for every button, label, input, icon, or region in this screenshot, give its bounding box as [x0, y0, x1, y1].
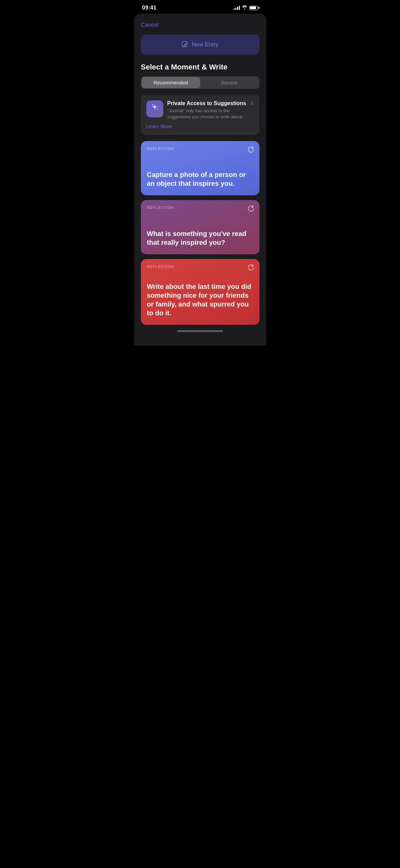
segmented-control: Recommended Recent — [141, 76, 259, 89]
card-text-2: What is something you've read that reall… — [147, 229, 253, 247]
privacy-text: Private Access to Suggestions "Journal" … — [167, 100, 254, 120]
privacy-desc: "Journal" only has access to the suggest… — [167, 108, 254, 120]
privacy-card: Private Access to Suggestions "Journal" … — [141, 95, 259, 135]
privacy-icon-container — [146, 100, 163, 117]
signal-icon — [234, 6, 240, 10]
card-text-1: Capture a photo of a person or an object… — [147, 170, 253, 188]
new-entry-label: New Entry — [192, 41, 218, 48]
learn-more-button[interactable]: Learn More — [146, 123, 172, 129]
new-entry-icon — [182, 41, 188, 48]
segment-recommended[interactable]: Recommended — [142, 77, 200, 88]
cancel-button[interactable]: Cancel — [141, 20, 159, 30]
status-bar: 09:41 — [134, 0, 266, 14]
card-text-3: Write about the last time you did someth… — [147, 282, 253, 317]
sparkles-icon — [150, 103, 160, 115]
new-entry-button[interactable]: New Entry — [141, 35, 259, 55]
card-refresh-2[interactable] — [247, 205, 255, 214]
card-label-1: REFLECTION — [147, 146, 253, 151]
section-title: Select a Moment & Write — [141, 63, 259, 72]
segment-recent[interactable]: Recent — [200, 77, 259, 88]
wifi-icon — [242, 5, 247, 11]
battery-icon — [249, 6, 258, 10]
status-icons — [234, 5, 258, 11]
reflection-card-2[interactable]: REFLECTION What is something you've read… — [141, 200, 259, 254]
card-refresh-1[interactable] — [247, 146, 255, 155]
privacy-close-button[interactable]: ✕ — [250, 100, 255, 107]
reflection-card-3[interactable]: REFLECTION Write about the last time you… — [141, 259, 259, 325]
home-indicator — [177, 330, 223, 332]
card-label-3: REFLECTION — [147, 264, 253, 269]
main-content: Cancel New Entry Select a Moment & Write… — [134, 14, 266, 346]
reflection-card-1[interactable]: REFLECTION Capture a photo of a person o… — [141, 141, 259, 195]
card-refresh-3[interactable] — [247, 264, 255, 273]
card-label-2: REFLECTION — [147, 205, 253, 210]
privacy-card-header: Private Access to Suggestions "Journal" … — [146, 100, 254, 120]
status-time: 09:41 — [142, 5, 156, 11]
privacy-title: Private Access to Suggestions — [167, 100, 254, 106]
